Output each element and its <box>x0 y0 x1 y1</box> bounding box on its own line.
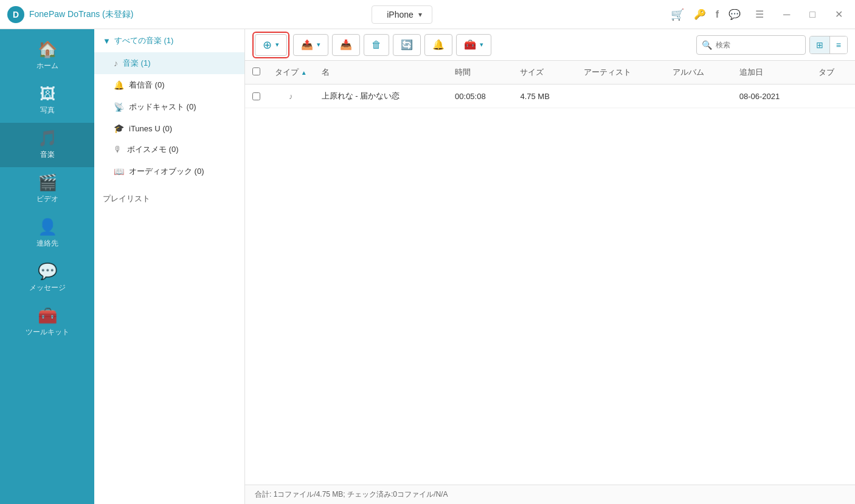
export-button[interactable]: 📤 ▾ <box>293 34 328 56</box>
device-selector-area: iPhone ▾ <box>133 5 670 24</box>
sidebar-item-photo[interactable]: 🖼 写真 <box>0 78 94 123</box>
sidebar-item-video[interactable]: 🎬 ビデオ <box>0 167 94 212</box>
chevron-down-icon: ▾ <box>418 10 422 19</box>
titlebar-actions: 🛒 🔑 f 💬 ☰ ─ □ ✕ <box>671 6 848 22</box>
grid-view-button[interactable]: ⊞ <box>810 36 830 54</box>
menu-button[interactable]: ☰ <box>750 6 769 22</box>
col-size[interactable]: サイズ <box>513 61 576 85</box>
music-note-icon: ♪ <box>114 58 118 68</box>
category-label-ringtone: 着信音 (0) <box>129 80 165 91</box>
messages-icon: 💬 <box>38 263 57 279</box>
video-icon: 🎬 <box>38 174 57 190</box>
category-label-voice-memo: ボイスメモ (0) <box>127 144 179 155</box>
chevron-right-icon: ▼ <box>103 36 111 46</box>
sidebar-label-home: ホーム <box>36 61 58 71</box>
sidebar-label-toolkit: ツールキット <box>26 327 69 337</box>
playlist-label: プレイリスト <box>103 194 150 203</box>
sidebar-item-contacts[interactable]: 👤 連絡先 <box>0 212 94 256</box>
sidebar-item-messages[interactable]: 💬 メッセージ <box>0 256 94 300</box>
row-checkbox-cell <box>245 85 268 108</box>
close-button[interactable]: ✕ <box>830 6 848 22</box>
sidebar-label-video: ビデオ <box>36 194 58 204</box>
plus-icon: ⊕ <box>263 38 272 52</box>
device-dropdown[interactable]: iPhone ▾ <box>372 5 432 24</box>
facebook-button[interactable]: f <box>716 9 719 20</box>
maximize-button[interactable]: □ <box>805 7 820 22</box>
export-icon: 📤 <box>301 39 313 50</box>
chat-button[interactable]: 💬 <box>729 9 741 20</box>
col-added-date[interactable]: 追加日 <box>732 61 811 85</box>
trash-icon: 🗑 <box>372 40 381 50</box>
playlist-section: プレイリスト <box>94 187 244 210</box>
podcast-icon: 📡 <box>114 102 124 112</box>
sidebar-item-home[interactable]: 🏠 ホーム <box>0 34 94 78</box>
left-panel: ▼ すべての音楽 (1) ♪ 音楽 (1) 🔔 着信音 (0) 📡 ポッドキャス… <box>94 29 245 504</box>
voice-memo-icon: 🎙 <box>114 145 122 154</box>
photo-icon: 🖼 <box>40 86 55 102</box>
col-duration[interactable]: 時間 <box>448 61 513 85</box>
logo-icon: D <box>7 6 24 23</box>
row-name-cell: 上原れな - 届かない恋 <box>314 85 448 108</box>
row-checkbox[interactable] <box>252 92 260 100</box>
list-view-button[interactable]: ≡ <box>830 36 847 54</box>
row-album-cell <box>665 85 732 108</box>
category-header-label: すべての音楽 (1) <box>114 35 174 46</box>
search-icon: 🔍 <box>702 40 712 50</box>
category-item-audiobook[interactable]: 📖 オーディオブック (0) <box>94 161 244 182</box>
tools-button[interactable]: 🧰 ▾ <box>456 34 491 56</box>
music-icon: 🎵 <box>38 130 57 146</box>
contacts-icon: 👤 <box>38 219 57 235</box>
col-tab[interactable]: タブ <box>811 61 855 85</box>
chevron-export-icon: ▾ <box>317 41 320 49</box>
status-bar: 合計: 1コファイル/4.75 MB; チェック済み:0コファイル/N/A <box>245 485 855 504</box>
row-artist-cell <box>576 85 666 108</box>
sidebar-label-messages: メッセージ <box>29 283 66 293</box>
import-button[interactable]: 📥 <box>332 34 360 56</box>
cart-button[interactable]: 🛒 <box>671 8 684 21</box>
sidebar-item-music[interactable]: 🎵 音楽 <box>0 123 94 167</box>
toolkit-icon: 🧰 <box>38 308 57 323</box>
category-header[interactable]: ▼ すべての音楽 (1) <box>94 29 244 52</box>
sync-icon: 🔄 <box>401 39 413 50</box>
delete-button[interactable]: 🗑 <box>364 34 389 56</box>
sidebar-label-contacts: 連絡先 <box>36 238 58 249</box>
audiobook-icon: 📖 <box>114 167 124 176</box>
category-item-podcast[interactable]: 📡 ポッドキャスト (0) <box>94 96 244 118</box>
col-checkbox <box>245 61 268 85</box>
row-size-cell: 4.75 MB <box>513 85 576 108</box>
search-input[interactable] <box>716 41 789 49</box>
ringtone-icon: 🔔 <box>114 80 124 90</box>
chevron-add-icon: ▾ <box>275 41 279 49</box>
category-label-podcast: ポッドキャスト (0) <box>129 102 196 112</box>
add-button[interactable]: ⊕ ▾ <box>255 34 287 56</box>
music-table: タイプ ▲ 名 時間 サイズ アーティスト アルバム 追加日 タブ <box>245 61 855 108</box>
category-label-audiobook: オーディオブック (0) <box>129 166 204 177</box>
minimize-button[interactable]: ─ <box>778 7 795 22</box>
key-button[interactable]: 🔑 <box>694 9 706 20</box>
category-item-voice-memo[interactable]: 🎙 ボイスメモ (0) <box>94 139 244 161</box>
content-panel: ▼ すべての音楽 (1) ♪ 音楽 (1) 🔔 着信音 (0) 📡 ポッドキャス… <box>94 29 855 504</box>
sidebar-label-music: 音楽 <box>40 150 55 160</box>
sidebar-item-toolkit[interactable]: 🧰 ツールキット <box>0 300 94 345</box>
search-box: 🔍 <box>696 35 806 55</box>
category-item-ringtone[interactable]: 🔔 着信音 (0) <box>94 74 244 96</box>
col-name[interactable]: 名 <box>314 61 448 85</box>
col-artist[interactable]: アーティスト <box>576 61 666 85</box>
category-item-itunes-u[interactable]: 🎓 iTunes U (0) <box>94 118 244 139</box>
row-type-cell: ♪ <box>268 85 314 108</box>
sync-button[interactable]: 🔄 <box>393 34 421 56</box>
bell-button[interactable]: 🔔 <box>424 34 452 56</box>
col-type[interactable]: タイプ ▲ <box>268 61 314 85</box>
toolbar: ⊕ ▾ 📤 ▾ 📥 🗑 🔄 🔔 <box>245 29 855 61</box>
itunes-u-icon: 🎓 <box>114 123 124 133</box>
sidebar-label-photo: 写真 <box>40 105 55 116</box>
tools-icon: 🧰 <box>464 39 476 50</box>
category-label-itunes-u: iTunes U (0) <box>129 124 172 133</box>
status-text: 合計: 1コファイル/4.75 MB; チェック済み:0コファイル/N/A <box>255 489 448 500</box>
category-item-music[interactable]: ♪ 音楽 (1) <box>94 52 244 74</box>
col-album[interactable]: アルバム <box>665 61 732 85</box>
select-all-checkbox[interactable] <box>252 67 260 75</box>
music-file-icon: ♪ <box>289 92 293 101</box>
device-name: iPhone <box>387 10 414 19</box>
row-added-date-cell: 08-06-2021 <box>732 85 811 108</box>
